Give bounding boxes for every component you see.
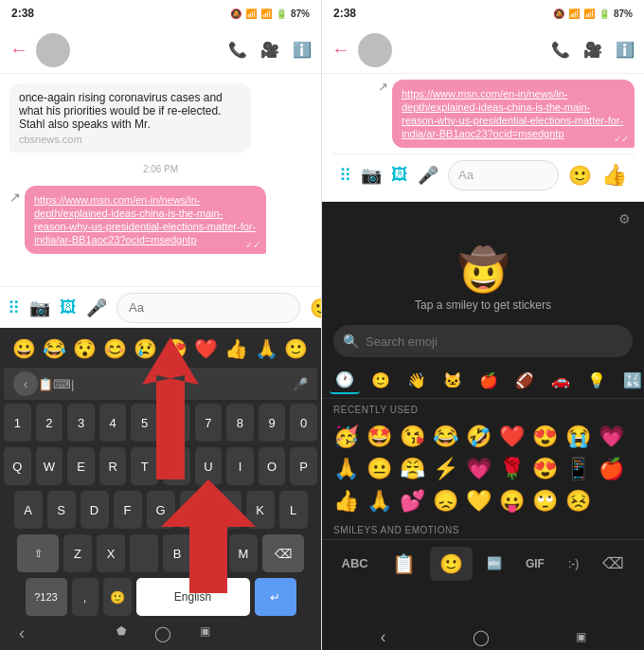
left-toolbar-grid-icon[interactable]: ⠿ bbox=[8, 298, 20, 318]
emoji-r-20[interactable]: 💕 bbox=[398, 487, 427, 515]
key-5[interactable]: 5 bbox=[131, 404, 158, 442]
key-t[interactable]: T bbox=[131, 447, 158, 485]
key-6[interactable]: 6 bbox=[163, 404, 190, 442]
key-u[interactable]: U bbox=[195, 447, 223, 485]
left-emoji-9[interactable]: 🙂 bbox=[284, 337, 308, 360]
left-nav-apps-icon[interactable]: ▣ bbox=[200, 624, 210, 642]
left-nav-back-icon[interactable]: ‹ bbox=[19, 623, 25, 643]
emoji-r-7[interactable]: 😭 bbox=[564, 423, 593, 451]
right-emoji-button[interactable]: 🙂 bbox=[568, 164, 592, 187]
emoji-r-23[interactable]: 😛 bbox=[497, 487, 527, 515]
eb-abc[interactable]: ABC bbox=[332, 551, 378, 576]
left-emoji-7[interactable]: 👍 bbox=[224, 337, 248, 360]
emoji-r-0[interactable]: 🥳 bbox=[331, 423, 361, 451]
left-share-icon[interactable]: ↗ bbox=[9, 190, 21, 205]
emoji-r-9[interactable]: 🙏 bbox=[331, 455, 361, 483]
key-8[interactable]: 8 bbox=[226, 404, 254, 442]
right-back-button[interactable]: ← bbox=[331, 39, 350, 61]
key-comma[interactable]: , bbox=[72, 578, 98, 616]
emoji-r-5[interactable]: ❤️ bbox=[497, 423, 527, 451]
key-j[interactable]: J bbox=[213, 491, 242, 529]
emoji-r-6[interactable]: 😍 bbox=[530, 423, 560, 451]
emoji-r-25[interactable]: 😣 bbox=[564, 487, 593, 515]
right-share-icon[interactable]: ↗ bbox=[378, 80, 388, 94]
emoji-tab-objects[interactable]: 💡 bbox=[581, 368, 612, 393]
emoji-r-8[interactable]: 💗 bbox=[597, 423, 626, 451]
right-text-input-pill[interactable]: Aa bbox=[448, 160, 559, 190]
emoji-r-13[interactable]: 💗 bbox=[464, 455, 493, 483]
key-shift[interactable]: ⇧ bbox=[17, 534, 59, 572]
eb-emoticon[interactable]: :-) bbox=[559, 551, 588, 576]
right-like-button[interactable]: 👍 bbox=[601, 163, 627, 188]
key-o[interactable]: O bbox=[259, 447, 286, 485]
right-toolbar-camera-icon[interactable]: 📷 bbox=[361, 165, 382, 186]
key-p[interactable]: P bbox=[290, 447, 317, 485]
key-symbols[interactable]: ?123 bbox=[26, 578, 67, 616]
emoji-tab-food[interactable]: 🍎 bbox=[474, 368, 504, 393]
key-y[interactable]: Y bbox=[163, 447, 190, 485]
eb-sticker[interactable]: 📋 bbox=[383, 547, 425, 581]
emoji-r-14[interactable]: 🌹 bbox=[497, 455, 527, 483]
emoji-tab-animals[interactable]: 🐱 bbox=[438, 368, 468, 393]
emoji-r-15[interactable]: 😍 bbox=[530, 455, 560, 483]
key-g[interactable]: G bbox=[147, 491, 175, 529]
left-keyboard-icon[interactable]: ⌨ bbox=[53, 377, 71, 391]
key-7[interactable]: 7 bbox=[195, 404, 223, 442]
key-enter[interactable]: ↵ bbox=[255, 578, 296, 616]
left-nav-recent-icon[interactable]: ⬟ bbox=[116, 624, 126, 642]
left-toolbar-mic-icon[interactable]: 🎤 bbox=[86, 298, 107, 318]
emoji-tab-symbols[interactable]: 🔣 bbox=[617, 368, 644, 393]
emoji-r-19[interactable]: 🙏 bbox=[365, 487, 394, 515]
left-emoji-2[interactable]: 😯 bbox=[73, 337, 97, 360]
emoji-search-input[interactable] bbox=[333, 325, 633, 357]
key-emoji-picker[interactable]: 🙂 bbox=[103, 578, 132, 616]
emoji-r-1[interactable]: 🤩 bbox=[365, 423, 394, 451]
left-emoji-button[interactable]: 🙂 bbox=[310, 297, 322, 319]
key-e[interactable]: E bbox=[67, 447, 95, 485]
emoji-tab-smileys[interactable]: 🙂 bbox=[366, 368, 396, 393]
key-backspace[interactable]: ⌫ bbox=[262, 534, 304, 572]
left-emoji-0[interactable]: 😀 bbox=[12, 337, 36, 360]
emoji-r-12[interactable]: ⚡ bbox=[431, 455, 460, 483]
right-video-icon[interactable]: 🎥 bbox=[583, 41, 602, 59]
right-nav-back[interactable]: ‹ bbox=[381, 627, 386, 647]
key-9[interactable]: 9 bbox=[259, 404, 286, 442]
key-z[interactable]: Z bbox=[63, 534, 92, 572]
key-r[interactable]: R bbox=[99, 447, 127, 485]
right-nav-home[interactable]: ◯ bbox=[473, 628, 490, 646]
right-toolbar-grid-icon[interactable]: ⠿ bbox=[339, 165, 351, 186]
left-emoji-6[interactable]: ❤️ bbox=[194, 337, 218, 360]
left-call-icon[interactable]: 📞 bbox=[228, 41, 247, 59]
key-m[interactable]: M bbox=[229, 534, 258, 572]
right-toolbar-image-icon[interactable]: 🖼 bbox=[391, 165, 408, 185]
left-emoji-5[interactable]: 😍 bbox=[164, 337, 188, 360]
key-2[interactable]: 2 bbox=[36, 404, 63, 442]
left-nav-home-icon[interactable]: ◯ bbox=[154, 624, 171, 642]
key-f[interactable]: F bbox=[114, 491, 142, 529]
key-c[interactable] bbox=[130, 534, 158, 572]
eb-backspace[interactable]: ⌫ bbox=[593, 549, 634, 578]
left-toolbar-image-icon[interactable]: 🖼 bbox=[60, 298, 77, 317]
emoji-r-18[interactable]: 👍 bbox=[331, 487, 361, 515]
emoji-tab-sports[interactable]: 🏈 bbox=[510, 368, 540, 393]
emoji-r-3[interactable]: 😂 bbox=[431, 423, 460, 451]
eb-emoji[interactable]: 🙂 bbox=[430, 547, 473, 581]
key-a[interactable]: A bbox=[14, 491, 43, 529]
emoji-r-16[interactable]: 📱 bbox=[564, 455, 593, 483]
key-d[interactable]: D bbox=[80, 491, 109, 529]
left-mic-key-icon[interactable]: 🎤 bbox=[293, 377, 308, 391]
left-toolbar-camera-icon[interactable]: 📷 bbox=[29, 298, 50, 318]
key-0[interactable]: 0 bbox=[290, 404, 317, 442]
key-space[interactable]: English bbox=[136, 578, 250, 616]
key-k[interactable]: K bbox=[246, 491, 275, 529]
left-info-icon[interactable]: ℹ️ bbox=[293, 41, 312, 59]
emoji-tab-travel[interactable]: 🚗 bbox=[546, 368, 576, 393]
key-w[interactable]: W bbox=[36, 447, 63, 485]
emoji-r-17[interactable]: 🍎 bbox=[597, 455, 626, 483]
key-i[interactable]: I bbox=[226, 447, 254, 485]
left-text-input[interactable] bbox=[116, 293, 300, 323]
right-call-icon[interactable]: 📞 bbox=[551, 41, 570, 59]
right-info-icon[interactable]: ℹ️ bbox=[616, 41, 635, 59]
emoji-r-11[interactable]: 😤 bbox=[398, 455, 427, 483]
key-l[interactable]: L bbox=[279, 491, 308, 529]
